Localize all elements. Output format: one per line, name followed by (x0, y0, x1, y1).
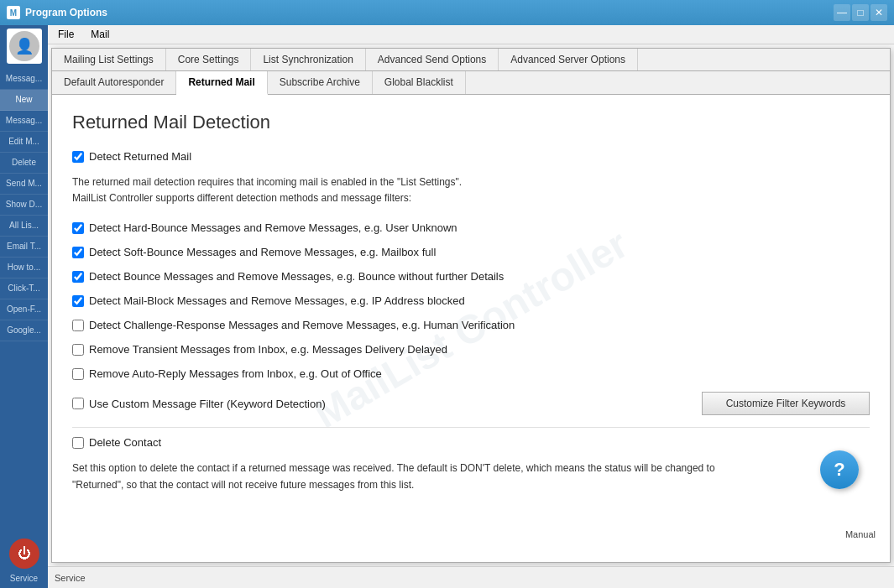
help-button-container: ? Manual (845, 528, 876, 539)
sidebar: 👤 Messag... New Messag... Edit M... Dele… (0, 25, 48, 588)
option-custom-filter: Use Custom Message Filter (Keyword Detec… (72, 398, 326, 410)
customize-filter-button[interactable]: Customize Filter Keywords (702, 392, 870, 415)
app-icon: M (7, 6, 20, 19)
tab-mailing-list[interactable]: Mailing List Settings (52, 49, 166, 70)
menu-mail[interactable]: Mail (87, 27, 112, 42)
checkbox-hard-bounce[interactable] (72, 222, 84, 234)
sidebar-service-label: Service (8, 572, 39, 585)
sidebar-item-messages[interactable]: Messag... (0, 69, 48, 90)
sidebar-item-new[interactable]: New (0, 90, 48, 111)
menu-file[interactable]: File (55, 27, 77, 42)
page-title: Returned Mail Detection (72, 112, 870, 133)
sidebar-menu: Messag... New Messag... Edit M... Delete… (0, 69, 48, 539)
option-transient: Remove Transient Messages from Inbox, e.… (72, 343, 870, 356)
label-soft-bounce[interactable]: Detect Soft-Bounce Messages and Remove M… (89, 246, 436, 258)
tab-global-blacklist[interactable]: Global Blacklist (373, 71, 466, 94)
tab-subscribe-archive[interactable]: Subscribe Archive (268, 71, 373, 94)
sidebar-item-google[interactable]: Google... (0, 320, 48, 341)
sidebar-item-email[interactable]: Email T... (0, 237, 48, 258)
tab-core-settings[interactable]: Core Settings (166, 49, 252, 70)
label-mail-block[interactable]: Detect Mail-Block Messages and Remove Me… (89, 294, 465, 307)
option-hard-bounce: Detect Hard-Bounce Messages and Remove M… (72, 221, 870, 234)
label-hard-bounce[interactable]: Detect Hard-Bounce Messages and Remove M… (89, 221, 457, 234)
option-auto-reply: Remove Auto-Reply Messages from Inbox, e… (72, 367, 870, 380)
checkbox-custom-filter[interactable] (72, 398, 84, 409)
checkbox-auto-reply[interactable] (72, 368, 84, 380)
option-bounce-nodetails: Detect Bounce Messages and Remove Messag… (72, 270, 870, 283)
power-button[interactable]: ⏻ (9, 539, 39, 569)
maximize-button[interactable]: □ (852, 4, 869, 21)
label-challenge-response[interactable]: Detect Challenge-Response Messages and R… (89, 319, 515, 331)
content-inner: Returned Mail Detection Detect Returned … (72, 112, 870, 493)
avatar-image: 👤 (9, 31, 39, 61)
sidebar-item-delete[interactable]: Delete (0, 153, 48, 174)
bottom-service-label: Service (55, 573, 86, 583)
label-auto-reply[interactable]: Remove Auto-Reply Messages from Inbox, e… (89, 367, 382, 380)
sidebar-item-messages2[interactable]: Messag... (0, 111, 48, 132)
label-transient[interactable]: Remove Transient Messages from Inbox, e.… (89, 343, 447, 356)
custom-filter-row: Use Custom Message Filter (Keyword Detec… (72, 392, 870, 415)
option-delete-contact: Delete Contact (72, 436, 870, 449)
checkbox-mail-block[interactable] (72, 295, 84, 307)
avatar: 👤 (7, 29, 42, 64)
label-delete-contact[interactable]: Delete Contact (89, 436, 161, 449)
option-soft-bounce: Detect Soft-Bounce Messages and Remove M… (72, 246, 870, 258)
tab-returned-mail[interactable]: Returned Mail (176, 71, 267, 95)
section-divider (72, 427, 870, 428)
main-area: File Mail Mailing List Settings Core Set… (48, 25, 894, 588)
description-text: The returned mail detection requires tha… (72, 174, 870, 206)
tab-autoresponder[interactable]: Default Autoresponder (52, 71, 176, 94)
label-bounce-nodetails[interactable]: Detect Bounce Messages and Remove Messag… (89, 270, 504, 283)
sidebar-item-open[interactable]: Open-F... (0, 299, 48, 320)
sidebar-item-howto[interactable]: How to... (0, 258, 48, 278)
bottom-description-text: Set this option to delete the contact if… (72, 461, 870, 492)
sidebar-item-send[interactable]: Send M... (0, 174, 48, 195)
dialog-window: Mailing List Settings Core Settings List… (51, 48, 891, 563)
title-bar: M Program Options — □ ✕ (0, 0, 894, 25)
sidebar-item-show[interactable]: Show D... (0, 195, 48, 216)
checkbox-soft-bounce[interactable] (72, 247, 84, 258)
bottom-bar: Service (48, 566, 894, 588)
label-custom-filter[interactable]: Use Custom Message Filter (Keyword Detec… (89, 398, 326, 410)
sidebar-bottom: ⏻ Service (0, 539, 48, 588)
checkbox-delete-contact[interactable] (72, 437, 84, 449)
sidebar-item-all-lists[interactable]: All Lis... (0, 216, 48, 237)
sidebar-item-edit[interactable]: Edit M... (0, 132, 48, 153)
option-mail-block: Detect Mail-Block Messages and Remove Me… (72, 294, 870, 307)
checkbox-bounce-nodetails[interactable] (72, 271, 84, 283)
close-button[interactable]: ✕ (870, 4, 887, 21)
tab-bar-1: Mailing List Settings Core Settings List… (52, 49, 890, 71)
tab-bar-2: Default Autoresponder Returned Mail Subs… (52, 71, 890, 95)
sidebar-item-click[interactable]: Click-T... (0, 278, 48, 299)
option-challenge-response: Detect Challenge-Response Messages and R… (72, 319, 870, 331)
menu-bar: File Mail (48, 25, 894, 44)
title-bar-controls: — □ ✕ (834, 4, 887, 21)
tab-server-options[interactable]: Advanced Server Options (499, 49, 638, 70)
checkbox-challenge-response[interactable] (72, 320, 84, 331)
tab-send-options[interactable]: Advanced Send Options (366, 49, 499, 70)
manual-label: Manual (845, 529, 876, 539)
title-bar-text: Program Options (25, 7, 107, 18)
minimize-button[interactable]: — (834, 4, 850, 21)
tab-list-sync[interactable]: List Synchronization (251, 49, 365, 70)
option-detect-returned: Detect Returned Mail (72, 150, 870, 163)
delete-section: Delete Contact Set this option to delete… (72, 436, 870, 492)
content-area: MailList Controller Returned Mail Detect… (52, 95, 890, 562)
checkbox-transient[interactable] (72, 344, 84, 356)
label-detect-returned[interactable]: Detect Returned Mail (89, 150, 191, 163)
checkbox-detect-returned[interactable] (72, 151, 84, 163)
